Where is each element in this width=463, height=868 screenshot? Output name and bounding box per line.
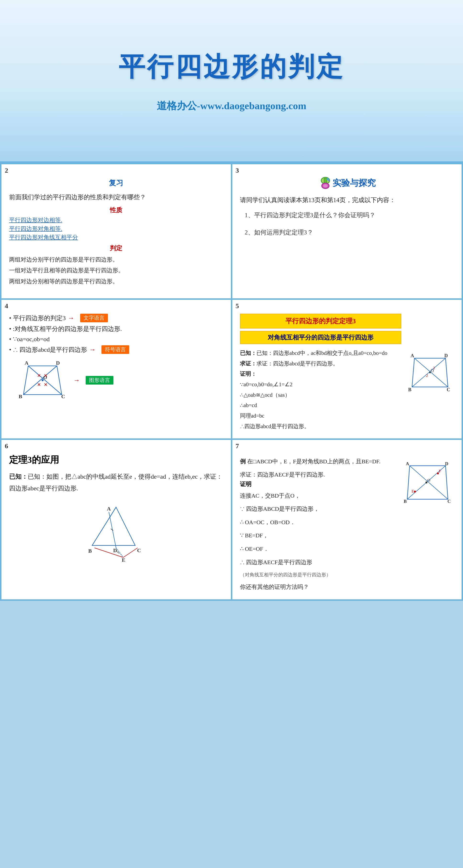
svg-text:A: A (406, 461, 409, 466)
slide4-label-tx: 图形语言 (86, 376, 113, 384)
slide4-label-wz: 文字语言 (80, 314, 108, 322)
slide7-proof-label: 证明 (240, 480, 397, 488)
svg-line-9 (24, 366, 57, 395)
slide3-header-text: 实验与探究 (333, 177, 376, 189)
slide2-criterion-3: 两组对边分别相等的四边形是平行四边形。 (9, 276, 223, 287)
svg-text:A: A (25, 360, 29, 366)
svg-text:D: D (56, 360, 60, 366)
slide5-theorem-title: 平行四边形的判定定理3 (240, 314, 401, 329)
slide3-q2: 2、如何运用判定定理3？ (245, 226, 454, 239)
svg-line-48 (410, 466, 448, 499)
slide5-given: 已知：已知：四边形abcd中，ac和bd相交于点o,且a0=co,bo=do (240, 348, 401, 359)
slide4-item-3: • ∵oa=oc,ob=od (9, 336, 223, 343)
slide2-criterion-2: 一组对边平行且相等的四边形是平行四边形。 (9, 265, 223, 276)
slide-4-number: 4 (5, 302, 8, 310)
slide5-diagram-svg: A D B C O 1 2 (407, 351, 453, 394)
slide-5-number: 5 (236, 302, 239, 310)
slide-7-number: 7 (236, 442, 239, 450)
slide7-proof-line-2: ∵ 四边形ABCD是平行四边形， (240, 503, 397, 515)
svg-text:1: 1 (433, 366, 435, 370)
svg-point-52 (425, 482, 427, 484)
svg-text:C: C (448, 499, 451, 504)
svg-text:B: B (404, 499, 407, 504)
svg-line-26 (412, 358, 445, 387)
svg-text:O: O (427, 478, 430, 483)
svg-line-39 (123, 548, 138, 557)
experiment-icon (318, 176, 333, 190)
slide7-proof-line-5: ∴ OE=OF． (240, 544, 397, 555)
slide7-prove-task: 求证：四边形AECF是平行四边形. (240, 469, 397, 480)
slide6-given: 已知：已知：如图，把△abc的中线ad延长至e，使得de=ad，连结eb,ec，… (9, 471, 223, 494)
svg-text:E: E (122, 557, 125, 562)
slide2-review-title: 复习 (9, 178, 223, 188)
slide5-proof-3: ∴ab=cd (240, 400, 401, 411)
svg-line-8 (28, 366, 62, 395)
svg-rect-2 (324, 178, 327, 183)
svg-line-45 (111, 529, 113, 531)
slide7-question: 你还有其他的证明方法吗？ (240, 582, 397, 593)
slide7-proof-line-4: ∵ BE=DF， (240, 530, 397, 541)
svg-text:A: A (107, 506, 111, 512)
slide5-proof-label: 证明： (240, 369, 401, 379)
svg-text:C: C (61, 394, 65, 399)
slide2-prop-3: 平行四边形对角线互相平分 (9, 234, 223, 241)
slide-3-number: 3 (236, 167, 239, 174)
slide4-item-4: • ∴ 四边形abcd是平行四边形 → 符号语言 (9, 345, 223, 354)
subtitle: 道格办公-www.daogebangong.com (157, 99, 306, 113)
main-title: 平行四边形的判定 (119, 49, 344, 85)
slide-3: 3 实验与探究 请同学们认真阅读课本第13页和第14页，完成以下内容： 1、平行… (232, 164, 462, 298)
slide6-title: 定理3的应用 (9, 454, 223, 466)
slide5-proof-2: ∴△oab≅△ocd（sas） (240, 390, 401, 400)
slide5-proof-5: ∴四边形abcd是平行四边形。 (240, 421, 401, 432)
slide-6-number: 6 (5, 442, 8, 450)
slide-4: 4 • 平行四边形的判定3 → 文字语言 • :对角线互相平分的四边形是平行四边… (1, 300, 231, 438)
slide4-diagram-svg: A D B C O (9, 359, 71, 402)
svg-text:A: A (410, 353, 414, 358)
svg-text:D: D (113, 547, 117, 553)
slide7-note: （对角线互相平分的四边形是平行四边形） (240, 570, 397, 579)
slide2-criteria-title: 判定 (9, 244, 223, 252)
slide5-proof-4: 同理ad=bc (240, 411, 401, 421)
slide-7: 7 例 在□ABCD中，E，F是对角线BD上的两点，且BE=DF. 求证：四边形… (232, 440, 462, 599)
slide3-q1: 1、平行四边形判定定理3是什么？你会证明吗？ (245, 209, 454, 221)
svg-point-50 (437, 472, 439, 474)
slide2-prop-1: 平行四边形对边相等. (9, 216, 223, 224)
slide7-proof-line-1: 连接AC，交BD于点O， (240, 490, 397, 501)
svg-point-51 (414, 491, 416, 493)
svg-text:D: D (444, 353, 448, 358)
svg-marker-35 (92, 507, 135, 546)
svg-text:2: 2 (426, 373, 428, 378)
slide6-diagram-svg: A B C D E (78, 500, 154, 562)
slide-2-number: 2 (5, 167, 8, 174)
slide7-diagram-svg: A D B C F E O (402, 459, 453, 506)
slide3-header: 实验与探究 (240, 176, 454, 190)
slide4-item-2: • :对角线互相平分的四边形是平行四边形. (9, 325, 223, 333)
slide4-diagram: A D B C O → 图形语言 (9, 359, 223, 402)
slide4-item-1: • 平行四边形的判定3 → 文字语言 (9, 314, 223, 322)
svg-point-6 (328, 180, 329, 181)
slide7-proof-line-3: ∴ OA=OC，OB=OD． (240, 517, 397, 528)
svg-text:C: C (137, 547, 141, 553)
svg-text:O: O (43, 375, 47, 380)
slide5-prove: 求证：求证：四边形abcd是平行四边形。 (240, 359, 401, 369)
slide-2: 2 复习 前面我们学过的平行四边形的性质和判定有哪些？ 性质 平行四边形对边相等… (1, 164, 231, 298)
slide2-criterion-1: 两组对边分别平行的四边形是平行四边形。 (9, 254, 223, 265)
slide5-proof-1: ∵a0=co,b0=do,∠1=∠2 (240, 379, 401, 390)
svg-line-38 (95, 548, 123, 557)
slide-1: 平行四边形的判定 道格办公-www.daogebangong.com (0, 0, 463, 163)
slide-5: 5 平行四边形的判定定理3 对角线互相平分的四边形是平行四边形 已知：已知：四边… (232, 300, 462, 438)
svg-text:C: C (447, 387, 450, 392)
svg-point-4 (323, 184, 328, 187)
svg-text:B: B (408, 387, 411, 392)
svg-text:D: D (445, 461, 449, 466)
svg-text:B: B (19, 394, 22, 399)
svg-text:B: B (88, 548, 92, 554)
slide-6: 6 定理3的应用 已知：已知：如图，把△abc的中线ad延长至e，使得de=ad… (1, 440, 231, 599)
slide7-proof-line-6: ∴ 四边形AECF是平行四边形 (240, 557, 397, 568)
slide5-theorem-body: 对角线互相平分的四边形是平行四边形 (240, 331, 401, 344)
slide4-label-fh: 符号语言 (101, 345, 129, 354)
slide2-properties-title: 性质 (9, 206, 223, 214)
slide2-intro: 前面我们学过的平行四边形的性质和判定有哪些？ (9, 192, 223, 203)
svg-text:F: F (439, 469, 441, 473)
svg-text:E: E (411, 489, 414, 494)
